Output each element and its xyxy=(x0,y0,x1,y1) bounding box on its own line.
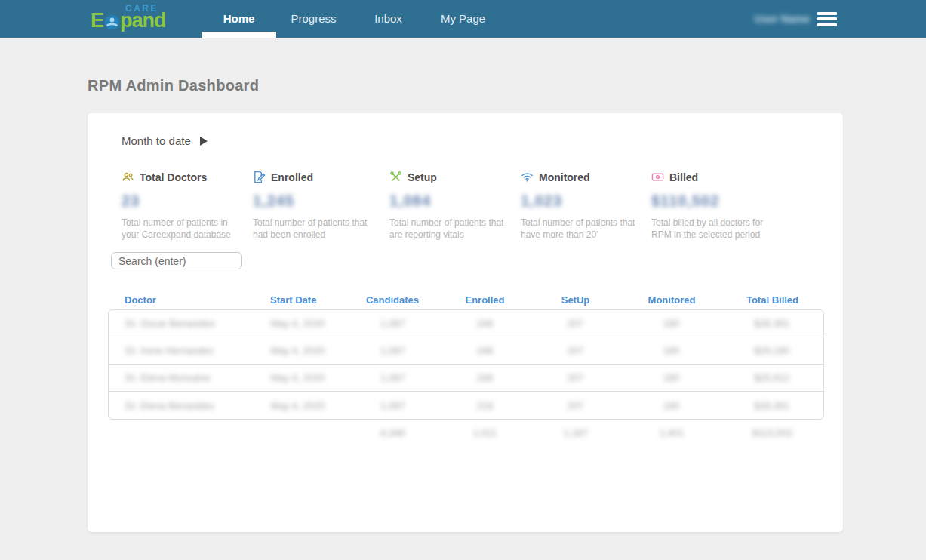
wifi-icon xyxy=(521,171,534,183)
table-row[interactable]: Dr. Elena Monsalve May 4, 2020 1,087 248… xyxy=(109,365,823,392)
cell-setup: 207 xyxy=(528,372,623,383)
stat-label: Monitored xyxy=(539,171,590,183)
cell-start-date: May 4, 2020 xyxy=(250,345,344,356)
tools-icon xyxy=(389,171,402,183)
table-header-row: Doctor Start Date Candidates Enrolled Se… xyxy=(108,290,824,309)
stat-description: Total number of patients that had been e… xyxy=(253,217,368,241)
stat-monitored: Monitored 1,023 Total number of patients… xyxy=(521,171,645,241)
stat-setup: Setup 1,084 Total number of patients tha… xyxy=(389,171,514,241)
column-header-monitored[interactable]: Monitored xyxy=(623,294,721,306)
period-selector[interactable]: Month to date xyxy=(122,134,208,147)
logo-e-text: E xyxy=(91,11,103,31)
stat-label: Total Doctors xyxy=(140,171,207,183)
cell-total-billed: $29,180 xyxy=(720,345,823,356)
column-header-enrolled[interactable]: Enrolled xyxy=(441,294,528,306)
app-logo[interactable]: CARE E pand xyxy=(91,3,181,35)
stat-value: 23 xyxy=(122,192,246,210)
cell-enrolled: 248 xyxy=(441,345,528,356)
logo-person-circle-icon xyxy=(104,14,120,30)
document-pencil-icon xyxy=(253,171,266,183)
stat-description: Total billed by all doctors for RPM in t… xyxy=(651,217,766,241)
search-input[interactable] xyxy=(111,252,242,269)
cell-candidates: 1,087 xyxy=(343,345,441,356)
stat-description: Total number of patients that are report… xyxy=(389,217,504,241)
dashboard-panel: Month to date Total Doctors 23 Total num… xyxy=(88,113,843,532)
stat-description: Total number of patients that have more … xyxy=(521,217,635,241)
table-row[interactable]: Dr. Oscar Benavides May 4, 2020 1,087 24… xyxy=(109,310,823,337)
total-enrolled: 1,011 xyxy=(441,427,528,438)
cell-enrolled: 218 xyxy=(441,400,528,411)
cell-doctor: Dr. Irene Hernandez xyxy=(109,345,250,356)
page-title: RPM Admin Dashboard xyxy=(88,77,259,94)
table-row[interactable]: Dr. Elena Benavides May 4, 2020 1,087 21… xyxy=(109,392,823,419)
cell-total-billed: $28,391 xyxy=(720,400,823,411)
nav-tab-progress[interactable]: Progress xyxy=(276,0,351,38)
stat-label: Billed xyxy=(669,171,698,183)
table-body: Dr. Oscar Benavides May 4, 2020 1,087 24… xyxy=(108,309,824,420)
user-name[interactable]: User Name xyxy=(746,13,810,25)
cell-monitored: 180 xyxy=(623,372,721,383)
total-monitored: 1,401 xyxy=(623,427,721,438)
cell-monitored: 180 xyxy=(623,345,721,356)
cell-start-date: May 4, 2020 xyxy=(250,372,344,383)
stat-enrolled: Enrolled 1,245 Total number of patients … xyxy=(253,171,377,241)
top-nav-bar: CARE E pand Home Progress Inbox My Page … xyxy=(0,0,926,38)
cell-start-date: May 4, 2020 xyxy=(250,318,344,329)
main-nav: Home Progress Inbox My Page xyxy=(202,0,500,38)
cell-doctor: Dr. Elena Benavides xyxy=(109,400,250,411)
column-header-setup[interactable]: SetUp xyxy=(528,294,623,306)
nav-tab-inbox[interactable]: Inbox xyxy=(351,0,426,38)
cell-total-billed: $25,912 xyxy=(720,372,823,383)
hamburger-menu-icon[interactable] xyxy=(817,12,837,26)
stat-label: Enrolled xyxy=(271,171,313,183)
user-area: User Name xyxy=(746,0,837,38)
expand-arrow-icon[interactable] xyxy=(200,137,208,146)
cell-enrolled: 248 xyxy=(441,318,528,329)
total-setup: 1,187 xyxy=(528,427,623,438)
cell-setup: 207 xyxy=(528,318,623,329)
cell-start-date: May 4, 2020 xyxy=(250,400,344,411)
table-row[interactable]: Dr. Irene Hernandez May 4, 2020 1,087 24… xyxy=(109,337,823,365)
stat-value: 1,084 xyxy=(389,192,514,210)
stat-label: Setup xyxy=(408,171,437,183)
banknote-icon xyxy=(651,171,664,183)
cell-doctor: Dr. Oscar Benavides xyxy=(109,318,250,329)
total-candidates: 4,348 xyxy=(343,427,441,438)
stat-description: Total number of patients in your Careexp… xyxy=(122,217,236,241)
doctors-table: Doctor Start Date Candidates Enrolled Se… xyxy=(108,290,824,445)
stat-billed: Billed $110,502 Total billed by all doct… xyxy=(651,171,776,241)
cell-doctor: Dr. Elena Monsalve xyxy=(109,372,250,383)
nav-tab-my-page[interactable]: My Page xyxy=(426,0,500,38)
cell-setup: 207 xyxy=(528,400,623,411)
cell-monitored: 180 xyxy=(623,318,721,329)
table-totals-row: 4,348 1,011 1,187 1,401 $113,502 xyxy=(108,420,824,445)
cell-candidates: 1,087 xyxy=(343,400,441,411)
total-billed: $113,502 xyxy=(721,427,824,438)
users-icon xyxy=(122,171,134,183)
logo-pand-text: pand xyxy=(120,11,166,31)
stat-value: $110,502 xyxy=(651,192,776,210)
cell-total-billed: $28,391 xyxy=(720,318,823,329)
stat-value: 1,023 xyxy=(521,192,645,210)
cell-enrolled: 248 xyxy=(441,372,528,383)
column-header-start-date[interactable]: Start Date xyxy=(249,294,343,306)
nav-tab-home[interactable]: Home xyxy=(202,0,276,38)
column-header-candidates[interactable]: Candidates xyxy=(343,294,441,306)
cell-monitored: 180 xyxy=(623,400,721,411)
stat-value: 1,245 xyxy=(253,192,377,210)
cell-candidates: 1,087 xyxy=(343,318,441,329)
column-header-doctor[interactable]: Doctor xyxy=(108,294,249,306)
stat-total-doctors: Total Doctors 23 Total number of patient… xyxy=(122,171,246,241)
cell-candidates: 1,087 xyxy=(343,372,441,383)
column-header-total-billed[interactable]: Total Billed xyxy=(721,294,824,306)
cell-setup: 207 xyxy=(528,345,623,356)
period-label: Month to date xyxy=(122,134,191,147)
